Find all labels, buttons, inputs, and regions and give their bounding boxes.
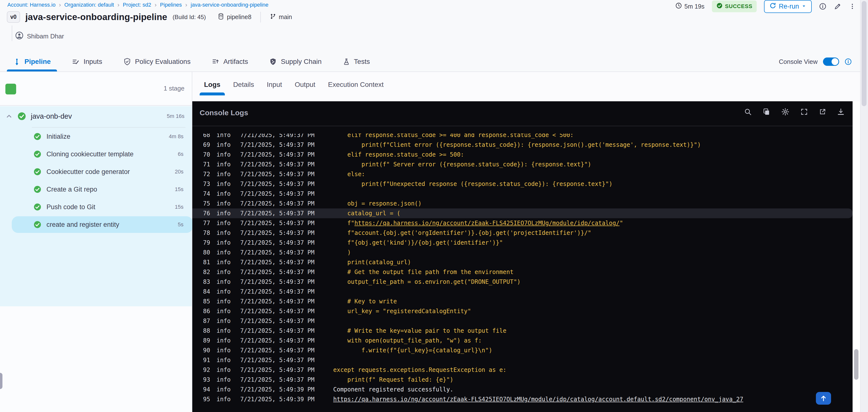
step-row[interactable]: Initialize4m 8s — [0, 128, 192, 145]
breadcrumb-item[interactable]: Project: sd2 — [123, 2, 151, 8]
edit-pencil-icon[interactable] — [834, 2, 842, 10]
step-row[interactable]: Push code to Git15s — [0, 198, 192, 216]
console-logs-panel: Console Logs 68info7/21/2025, 5:49:37 PM… — [192, 101, 852, 412]
log-text: f"{obj.get('kind')}/{obj.get('identifier… — [333, 238, 503, 248]
supply-chain-shield-icon — [269, 58, 277, 66]
step-label: create and register entity — [46, 221, 119, 228]
log-line-number: 86 — [203, 306, 217, 316]
log-timestamp: 7/21/2025, 5:49:37 PM — [240, 238, 333, 248]
log-line-82: 82info7/21/2025, 5:49:37 PM # Get the ou… — [192, 267, 852, 277]
step-success-icon — [33, 220, 41, 229]
log-timestamp: 7/21/2025, 5:49:37 PM — [240, 189, 333, 199]
tab-input[interactable]: Input — [267, 81, 282, 97]
log-line-90: 90info7/21/2025, 5:49:37 PM f.write(f"{u… — [192, 345, 852, 355]
stage-duration: 5m 16s — [167, 113, 184, 119]
step-row[interactable]: create and register entity5s — [0, 216, 192, 233]
log-line-89: 89info7/21/2025, 5:49:37 PM with open(ou… — [192, 336, 852, 345]
step-success-icon — [33, 167, 41, 176]
step-success-icon — [33, 185, 41, 193]
log-timestamp: 7/21/2025, 5:49:37 PM — [240, 267, 333, 277]
log-scrollbar[interactable] — [852, 101, 860, 412]
status-text: SUCCESS — [725, 3, 752, 9]
clock-icon — [675, 2, 682, 10]
log-timestamp: 7/21/2025, 5:49:37 PM — [240, 287, 333, 296]
branch-meta[interactable]: main — [270, 13, 292, 21]
log-line-number: 89 — [203, 336, 217, 345]
step-row[interactable]: Create a Git repo15s — [0, 181, 192, 198]
tab-artifacts[interactable]: Artifacts — [212, 52, 248, 71]
download-icon[interactable] — [837, 108, 845, 116]
log-viewport[interactable]: 68info7/21/2025, 5:49:37 PM elif respons… — [192, 134, 852, 412]
kebab-menu-icon[interactable] — [849, 2, 856, 10]
tab-inputs[interactable]: Inputs — [72, 52, 102, 71]
log-text: f"https://qa.harness.io/ng/account/zEaak… — [333, 218, 623, 228]
breadcrumb-separator: › — [155, 1, 157, 8]
step-success-icon — [33, 203, 41, 211]
tab-details[interactable]: Details — [233, 81, 254, 97]
page-scrollbar-thumb[interactable] — [862, 1, 867, 106]
log-scrollbar-thumb[interactable] — [854, 349, 859, 380]
build-id: (Build Id: 45) — [173, 14, 206, 21]
log-timestamp: 7/21/2025, 5:49:37 PM — [240, 375, 333, 385]
log-level: info — [217, 228, 240, 238]
log-line-95: 95info7/21/2025, 5:49:39 PMhttps://qa.ha… — [192, 394, 852, 404]
log-line-number: 88 — [203, 326, 217, 336]
stage-count: 1 stage — [164, 85, 184, 92]
console-view-info-icon[interactable] — [844, 58, 852, 65]
tab-pipeline[interactable]: Pipeline — [13, 52, 51, 71]
settings-gear-icon[interactable] — [781, 108, 789, 116]
log-level: info — [217, 199, 240, 209]
step-duration: 20s — [175, 168, 184, 175]
log-line-number: 79 — [203, 238, 217, 248]
log-timestamp: 7/21/2025, 5:49:39 PM — [240, 385, 333, 394]
rerun-button[interactable]: Re-run — [764, 0, 812, 13]
breadcrumb-item[interactable]: Organization: default — [64, 2, 114, 8]
scroll-to-top-button[interactable] — [816, 392, 831, 405]
log-level: info — [217, 336, 240, 345]
git-branch-icon — [270, 13, 276, 21]
user-name: Shibam Dhar — [27, 33, 64, 40]
step-duration: 4m 8s — [169, 133, 184, 140]
tab-logs[interactable]: Logs — [204, 81, 220, 97]
avatar-icon — [15, 31, 24, 41]
log-line-77: 77info7/21/2025, 5:49:37 PM f"https://qa… — [192, 218, 852, 228]
log-line-number: 82 — [203, 267, 217, 277]
log-level: info — [217, 394, 240, 404]
toggle-knob — [832, 58, 838, 65]
repo-meta[interactable]: pipeline8 — [217, 13, 251, 21]
page-scrollbar[interactable] — [860, 0, 868, 412]
console-view-toggle[interactable] — [823, 58, 839, 66]
log-line-number: 80 — [203, 248, 217, 257]
log-text: url_key = "registeredCatalogEntity" — [333, 306, 471, 316]
log-text: with open(output_file_path, "w") as f: — [333, 336, 482, 345]
log-text: obj = response.json() — [333, 199, 422, 209]
tab-execution-context[interactable]: Execution Context — [328, 81, 383, 97]
refresh-icon — [769, 2, 776, 11]
search-icon[interactable] — [744, 108, 752, 116]
log-timestamp: 7/21/2025, 5:49:37 PM — [240, 355, 333, 365]
tab-tests[interactable]: Tests — [343, 52, 370, 71]
log-level: info — [217, 345, 240, 355]
breadcrumb-item[interactable]: Account: Harness.io — [7, 2, 56, 8]
left-edge-handle[interactable] — [0, 373, 2, 389]
copy-icon[interactable] — [763, 108, 770, 116]
step-row[interactable]: Cookiecutter code generator20s — [0, 163, 192, 181]
console-toolbar — [744, 108, 845, 116]
log-level: info — [217, 316, 240, 326]
log-level: info — [217, 209, 240, 218]
fullscreen-icon[interactable] — [800, 108, 808, 116]
stage-status-square[interactable] — [5, 84, 16, 94]
step-row[interactable]: Cloning cookiecutter template6s — [0, 145, 192, 163]
run-actions: 5m 19s SUCCESS Re-run — [675, 0, 856, 13]
stage-row[interactable]: java-onb-dev 5m 16s — [0, 106, 192, 126]
tab-policy-evaluations[interactable]: Policy Evaluations — [123, 52, 191, 71]
thread-line — [12, 26, 12, 41]
log-level: info — [217, 238, 240, 248]
info-icon[interactable] — [819, 3, 827, 10]
tab-output[interactable]: Output — [295, 81, 315, 97]
breadcrumb-item[interactable]: java-service-onboarding-pipeline — [191, 2, 268, 8]
chevron-up-icon[interactable] — [5, 113, 13, 120]
breadcrumb-item[interactable]: Pipelines — [160, 2, 182, 8]
open-in-new-icon[interactable] — [819, 108, 826, 116]
tab-supply-chain[interactable]: Supply Chain — [269, 52, 322, 71]
